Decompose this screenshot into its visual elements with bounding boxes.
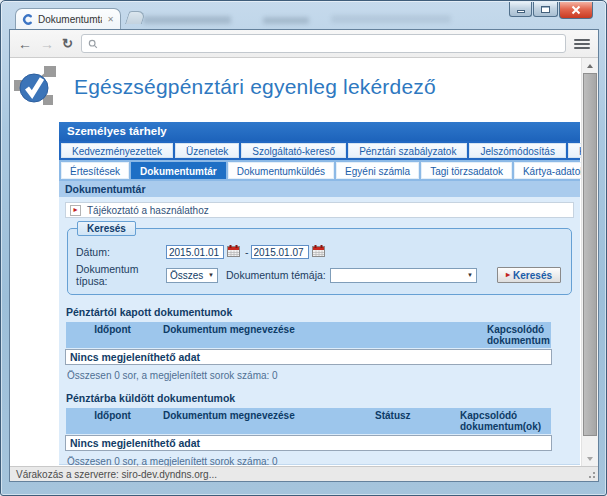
menu-tab-dokumentumtar[interactable]: Dokumentumtár [131,162,226,179]
section-title-bar: Személyes tárhely [59,122,580,141]
document-type-select[interactable]: Összes ▼ [166,268,218,283]
column-header: Kapcsolódó dokumentum(ok) [456,408,551,434]
sent-empty-row: Nincs megjeleníthető adat [65,435,552,451]
menu-tab-dokumentumkuldes[interactable]: Dokumentumküldés [228,162,334,179]
menu-tab-penztari-szabalyzatok[interactable]: Pénztári szabályzatok [348,143,467,158]
address-bar[interactable] [81,34,566,53]
search-legend: Keresés [77,221,136,236]
search-fieldset: Keresés Dátum: [67,228,572,295]
info-toggle-icon[interactable]: ▸ [70,205,81,216]
status-bar: Várakozás a szerverre: siro-dev.dyndns.o… [10,466,598,481]
refresh-icon[interactable]: ↻ [62,37,73,50]
minimize-button[interactable] [509,2,532,17]
close-button[interactable] [559,2,593,19]
scroll-down-icon[interactable] [582,451,598,466]
column-header: Kapcsolódó dokumentum [483,322,551,348]
column-header: Időpont [66,322,159,348]
background-window-ghost [143,16,231,24]
forward-icon: → [40,37,54,51]
chevron-down-icon: ▼ [464,272,476,278]
received-summary: Összesen 0 sor, a megjelenített sorok sz… [67,370,574,381]
type-topic-row: Dokumentum típusa: Összes ▼ Dokumentum t… [76,263,563,287]
menu-tab-uzenetek[interactable]: Üzenetek [175,143,239,158]
maximize-icon [541,6,550,13]
menu-icon[interactable] [574,37,590,51]
column-header: Dokumentum megnevezése [159,408,371,434]
column-header: Dokumentum megnevezése [159,322,483,348]
document-type-label: Dokumentum típusa: [76,263,166,287]
menu-row-1: Kedvezményezettek Üzenetek Szolgáltató-k… [59,141,580,160]
received-table-title: Pénztártól kapott dokumentumok [66,306,574,318]
browser-toolbar: ← → ↻ [10,30,598,58]
browser-window: Dokumentumtár ✕ ← → ↻ [0,0,607,496]
window-controls [508,2,593,19]
received-empty-row: Nincs megjeleníthető adat [65,349,552,365]
date-separator: - [245,246,249,258]
red-bullet-icon: ▸ [506,271,510,279]
app-header: Egészségpénztári egyenleg lekérdező [12,63,436,111]
scroll-up-icon[interactable] [582,58,598,73]
date-from-input[interactable] [166,245,224,259]
sent-summary: Összesen 0 sor, a megjelenített sorok sz… [67,456,574,466]
favicon-icon [22,14,33,25]
page-title: Egészségpénztári egyenleg lekérdező [74,75,436,99]
menu-row-2: Értesítések Dokumentumtár Dokumentumküld… [59,160,580,181]
date-to-input[interactable] [251,245,309,259]
scrollbar-thumb[interactable] [583,73,597,436]
sent-table-header: Időpont Dokumentum megnevezése Státusz K… [66,408,551,434]
page-viewport: Egészségpénztári egyenleg lekérdező Szem… [10,58,598,466]
search-icon [88,39,98,49]
calendar-icon[interactable] [312,245,325,259]
address-input[interactable] [103,37,559,51]
tab-title: Dokumentumtár [38,14,102,25]
sent-table-title: Pénztárba küldött dokumentumok [66,392,574,404]
background-window-ghost [331,15,451,23]
background-window-ghost [263,17,309,24]
menu-tab-tagi-torzsadatok[interactable]: Tagi törzsadatok [421,162,512,179]
browser-content-frame: ← → ↻ [9,29,599,482]
menu-tab-kedvezmenyezettek[interactable]: Kedvezményezettek [61,143,173,158]
content-panel: ▸ Tájékoztató a használathoz Keresés Dát… [59,197,580,465]
document-topic-label: Dokumentum témája: [226,269,326,281]
menu-tab-egyeni-szamla[interactable]: Egyéni számla [336,162,419,179]
main-content: Személyes tárhely Kedvezményezettek Üzen… [59,122,580,465]
resize-grip-icon[interactable] [587,470,595,478]
close-icon [571,5,581,15]
usage-info-link[interactable]: ▸ Tájékoztató a használathoz [65,202,574,218]
search-button[interactable]: ▸ Keresés [497,267,561,283]
column-header: Státusz [371,408,456,434]
vertical-scrollbar[interactable] [581,58,598,466]
menu-tab-ertesitesek[interactable]: Értesítések [61,162,129,179]
info-link-label: Tájékoztató a használathoz [87,205,209,216]
breadcrumb: Dokumentumtár [59,181,580,197]
column-header: Időpont [66,408,159,434]
date-label: Dátum: [76,246,166,258]
maximize-button[interactable] [533,2,558,17]
tab-close-icon[interactable]: ✕ [107,15,114,24]
status-text: Várakozás a szerverre: siro-dev.dyndns.o… [16,469,217,480]
back-icon[interactable]: ← [18,37,32,51]
minimize-icon [517,10,525,13]
calendar-icon[interactable] [227,245,240,259]
browser-tab[interactable]: Dokumentumtár ✕ [15,8,121,29]
received-table-header: Időpont Dokumentum megnevezése Kapcsolód… [66,322,551,348]
date-row: Dátum: - [76,245,563,259]
app-logo-icon [12,63,58,111]
menu-tab-szolgaltato-kereso[interactable]: Szolgáltató-kereső [241,143,346,158]
chevron-down-icon: ▼ [205,272,217,278]
document-topic-select[interactable]: ▼ [330,268,477,283]
menu-tab-jelszomodositas[interactable]: Jelszómódosítás [469,143,565,158]
